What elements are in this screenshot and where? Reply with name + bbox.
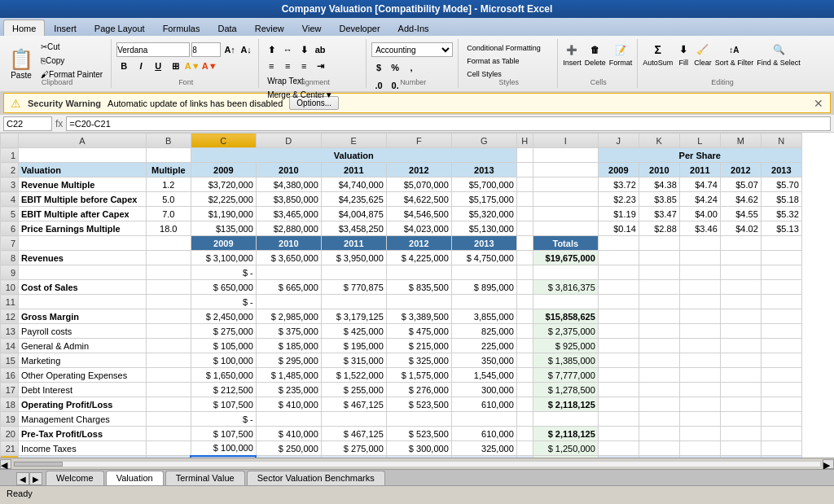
cell-m2[interactable]: 2012: [720, 163, 761, 177]
cell-h17[interactable]: [516, 383, 533, 397]
cell-k10[interactable]: [639, 280, 679, 295]
cell-b18[interactable]: [146, 397, 191, 412]
cell-a3[interactable]: Revenue Multiple: [19, 177, 147, 192]
cell-n2[interactable]: 2013: [761, 163, 801, 177]
cell-c7[interactable]: 2009: [191, 236, 256, 251]
cell-h10[interactable]: [516, 280, 533, 295]
cell-c2[interactable]: 2009: [191, 163, 256, 177]
fill-button[interactable]: ⬇: [676, 42, 691, 57]
sheet-tab-valuation[interactable]: Valuation: [106, 471, 164, 485]
cell-i18[interactable]: $ 2,118,125: [533, 397, 598, 412]
cell-l2[interactable]: 2011: [679, 163, 720, 177]
cell-d19[interactable]: [256, 412, 321, 427]
col-header-c[interactable]: C: [191, 134, 256, 148]
cell-i17[interactable]: $ 1,278,500: [533, 383, 598, 397]
cell-f15[interactable]: $ 325,000: [386, 353, 451, 368]
cell-j9[interactable]: [598, 265, 639, 280]
cell-i11[interactable]: [533, 295, 598, 309]
cell-h15[interactable]: [516, 353, 533, 368]
cell-n16[interactable]: [761, 368, 801, 383]
cell-d2[interactable]: 2010: [256, 163, 321, 177]
cell-k15[interactable]: [639, 353, 679, 368]
cell-k11[interactable]: [639, 295, 679, 309]
cell-j19[interactable]: [598, 412, 639, 427]
cell-f13[interactable]: $ 475,000: [386, 324, 451, 339]
cell-f2[interactable]: 2012: [386, 163, 451, 177]
cell-l21[interactable]: [679, 441, 720, 456]
cell-e11[interactable]: [321, 295, 386, 309]
cell-m16[interactable]: [720, 368, 761, 383]
cell-c12[interactable]: $ 2,450,000: [191, 309, 256, 324]
cell-h6[interactable]: [516, 221, 533, 236]
cell-b4[interactable]: 5.0: [146, 192, 191, 207]
cell-j10[interactable]: [598, 280, 639, 295]
border-button[interactable]: ⊞: [168, 59, 182, 73]
cell-m3[interactable]: $5.07: [720, 177, 761, 192]
cell-e19[interactable]: [321, 412, 386, 427]
cell-a2[interactable]: Valuation: [19, 163, 147, 177]
cell-l17[interactable]: [679, 383, 720, 397]
cell-e9[interactable]: [321, 265, 386, 280]
cell-b15[interactable]: [146, 353, 191, 368]
cell-h16[interactable]: [516, 368, 533, 383]
cell-l4[interactable]: $4.24: [679, 192, 720, 207]
currency-button[interactable]: $: [371, 60, 386, 75]
cell-l16[interactable]: [679, 368, 720, 383]
cell-i1[interactable]: [533, 148, 598, 163]
cell-d16[interactable]: $ 1,485,000: [256, 368, 321, 383]
cell-e2[interactable]: 2011: [321, 163, 386, 177]
cell-d18[interactable]: $ 410,000: [256, 397, 321, 412]
cell-b2[interactable]: Multiple: [146, 163, 191, 177]
cell-f11[interactable]: [386, 295, 451, 309]
cell-h19[interactable]: [516, 412, 533, 427]
cell-e16[interactable]: $ 1,522,000: [321, 368, 386, 383]
cell-c8[interactable]: $ 3,100,000: [191, 251, 256, 265]
cell-i21[interactable]: $ 1,250,000: [533, 441, 598, 456]
cell-i9[interactable]: [533, 265, 598, 280]
cell-i13[interactable]: $ 2,375,000: [533, 324, 598, 339]
cell-a1[interactable]: [19, 148, 147, 163]
cell-e13[interactable]: $ 425,000: [321, 324, 386, 339]
cell-e4[interactable]: $4,235,625: [321, 192, 386, 207]
cell-m9[interactable]: [720, 265, 761, 280]
col-header-g[interactable]: G: [451, 134, 516, 148]
cell-m8[interactable]: [720, 251, 761, 265]
align-top-button[interactable]: ⬆: [264, 42, 279, 57]
cell-k12[interactable]: [639, 309, 679, 324]
cell-c5[interactable]: $1,190,000: [191, 207, 256, 221]
cell-j1[interactable]: Per Share: [598, 148, 801, 163]
cell-h7[interactable]: [516, 236, 533, 251]
tab-data[interactable]: Data: [208, 20, 245, 36]
cell-d8[interactable]: $ 3,650,000: [256, 251, 321, 265]
scroll-right-button[interactable]: ▶: [823, 459, 834, 469]
tab-scroll-left[interactable]: ◀: [16, 472, 29, 485]
cell-d21[interactable]: $ 250,000: [256, 441, 321, 456]
cell-j14[interactable]: [598, 339, 639, 353]
cell-f8[interactable]: $ 4,225,000: [386, 251, 451, 265]
close-security-button[interactable]: ✕: [814, 97, 823, 110]
cell-a7[interactable]: [19, 236, 147, 251]
cell-m10[interactable]: [720, 280, 761, 295]
cell-c4[interactable]: $2,225,000: [191, 192, 256, 207]
cell-d15[interactable]: $ 295,000: [256, 353, 321, 368]
cell-b14[interactable]: [146, 339, 191, 353]
cell-b13[interactable]: [146, 324, 191, 339]
cell-m7[interactable]: [720, 236, 761, 251]
cell-k16[interactable]: [639, 368, 679, 383]
cell-b9[interactable]: [146, 265, 191, 280]
cell-k20[interactable]: [639, 427, 679, 441]
cell-f18[interactable]: $ 523,500: [386, 397, 451, 412]
cell-m15[interactable]: [720, 353, 761, 368]
cell-e7[interactable]: 2011: [321, 236, 386, 251]
cell-a16[interactable]: Other Operating Expenses: [19, 368, 147, 383]
cell-f16[interactable]: $ 1,575,000: [386, 368, 451, 383]
font-shrink-button[interactable]: A↓: [239, 42, 253, 57]
scroll-track[interactable]: [13, 461, 821, 467]
sheet-tab-sector-benchmarks[interactable]: Sector Valuation Benchmarks: [247, 471, 385, 485]
col-header-l[interactable]: L: [679, 134, 720, 148]
align-bottom-button[interactable]: ⬇: [296, 42, 311, 57]
cell-k21[interactable]: [639, 441, 679, 456]
cell-a10[interactable]: Cost of Sales: [19, 280, 147, 295]
cell-a5[interactable]: EBIT Multiple after Capex: [19, 207, 147, 221]
cell-n11[interactable]: [761, 295, 801, 309]
